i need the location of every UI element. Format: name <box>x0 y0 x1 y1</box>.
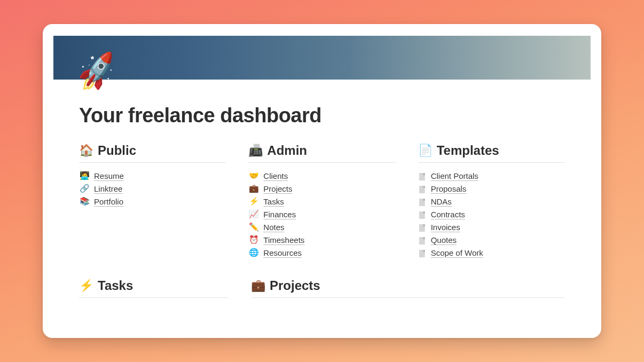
link-notes[interactable]: ✏️ Notes <box>248 221 395 233</box>
page-icon <box>418 184 427 193</box>
page-title: Your freelance dashboard <box>79 104 565 127</box>
link-linktree[interactable]: 🔗 Linktree <box>79 182 226 195</box>
section-templates: 📄 Templates Client Portals Proposals NDA… <box>418 143 565 259</box>
section-public: 🏠 Public 🧑‍💻 Resume 🔗 Linktree 📚 Portfol <box>79 143 226 259</box>
section-title: Tasks <box>98 278 133 293</box>
link-projects[interactable]: 💼 Projects <box>248 182 395 195</box>
link-tasks[interactable]: ⚡ Tasks <box>248 195 395 208</box>
link-ndas[interactable]: NDAs <box>418 195 565 208</box>
link-portfolio[interactable]: 📚 Portfolio <box>79 195 226 208</box>
templates-links: Client Portals Proposals NDAs Contracts <box>418 169 565 259</box>
link-icon: 🔗 <box>79 184 90 193</box>
link-label: Client Portals <box>431 171 478 180</box>
page-icon <box>418 171 427 180</box>
section-heading-tasks: ⚡ Tasks <box>79 278 229 298</box>
admin-links: 🤝 Clients 💼 Projects ⚡ Tasks 📈 Finances <box>248 169 395 259</box>
page-card: 🚀 Your freelance dashboard 🏠 Public 🧑‍💻 … <box>43 24 601 338</box>
link-label: Resources <box>263 248 302 257</box>
section-title: Admin <box>267 143 307 158</box>
link-label: Linktree <box>94 184 122 193</box>
section-heading-templates: 📄 Templates <box>418 143 565 163</box>
link-clients[interactable]: 🤝 Clients <box>248 169 395 182</box>
page-icon <box>418 196 427 206</box>
page-icon <box>418 248 427 257</box>
page-content: Your freelance dashboard 🏠 Public 🧑‍💻 Re… <box>79 104 565 304</box>
section-title: Public <box>98 143 136 158</box>
section-admin: 📠 Admin 🤝 Clients 💼 Projects ⚡ Tasks <box>248 143 395 259</box>
link-quotes[interactable]: Quotes <box>418 233 565 246</box>
link-label: Notes <box>263 223 284 232</box>
section-projects: 💼 Projects <box>251 278 565 304</box>
page-icon: 📄 <box>418 145 433 156</box>
cover-banner <box>53 36 591 80</box>
section-heading-public: 🏠 Public <box>79 143 226 163</box>
page-icon <box>418 209 427 219</box>
link-label: Proposals <box>431 184 467 193</box>
public-links: 🧑‍💻 Resume 🔗 Linktree 📚 Portfolio <box>79 169 226 208</box>
page-icon <box>418 235 427 245</box>
link-label: NDAs <box>431 197 452 206</box>
fax-icon: 📠 <box>248 145 263 156</box>
link-label: Resume <box>94 171 124 180</box>
dashboard-columns: 🏠 Public 🧑‍💻 Resume 🔗 Linktree 📚 Portfol <box>79 143 565 259</box>
link-label: Portfolio <box>94 197 123 206</box>
link-label: Projects <box>263 184 292 193</box>
link-label: Tasks <box>263 197 284 206</box>
pencil-icon: ✏️ <box>248 222 259 232</box>
link-invoices[interactable]: Invoices <box>418 221 565 233</box>
link-scope-of-work[interactable]: Scope of Work <box>418 246 565 259</box>
section-heading-projects: 💼 Projects <box>251 278 565 298</box>
link-label: Timesheets <box>263 235 304 245</box>
link-resume[interactable]: 🧑‍💻 Resume <box>79 169 226 182</box>
section-title: Projects <box>270 278 320 293</box>
section-heading-admin: 📠 Admin <box>248 143 395 163</box>
books-icon: 📚 <box>79 196 90 206</box>
bolt-icon: ⚡ <box>248 196 259 206</box>
dashboard-row-2: ⚡ Tasks 💼 Projects <box>79 278 565 304</box>
briefcase-icon: 💼 <box>251 280 265 292</box>
link-label: Invoices <box>431 223 460 232</box>
link-timesheets[interactable]: ⏰ Timesheets <box>248 233 395 246</box>
section-tasks: ⚡ Tasks <box>79 278 229 304</box>
chart-icon: 📈 <box>248 209 259 219</box>
link-client-portals[interactable]: Client Portals <box>418 169 565 182</box>
link-contracts[interactable]: Contracts <box>418 208 565 221</box>
globe-icon: 🌐 <box>248 248 259 257</box>
link-resources[interactable]: 🌐 Resources <box>248 246 395 259</box>
page-icon <box>418 222 427 232</box>
link-proposals[interactable]: Proposals <box>418 182 565 195</box>
person-icon: 🧑‍💻 <box>79 171 90 180</box>
link-label: Finances <box>263 210 296 219</box>
briefcase-icon: 💼 <box>248 184 259 193</box>
link-label: Contracts <box>431 210 465 219</box>
bolt-icon: ⚡ <box>79 280 93 292</box>
link-label: Scope of Work <box>431 248 483 257</box>
link-label: Clients <box>263 171 288 180</box>
clock-icon: ⏰ <box>248 235 259 245</box>
section-title: Templates <box>437 143 499 158</box>
link-label: Quotes <box>431 235 457 245</box>
house-icon: 🏠 <box>79 145 93 156</box>
handshake-icon: 🤝 <box>248 171 259 180</box>
link-finances[interactable]: 📈 Finances <box>248 208 395 221</box>
